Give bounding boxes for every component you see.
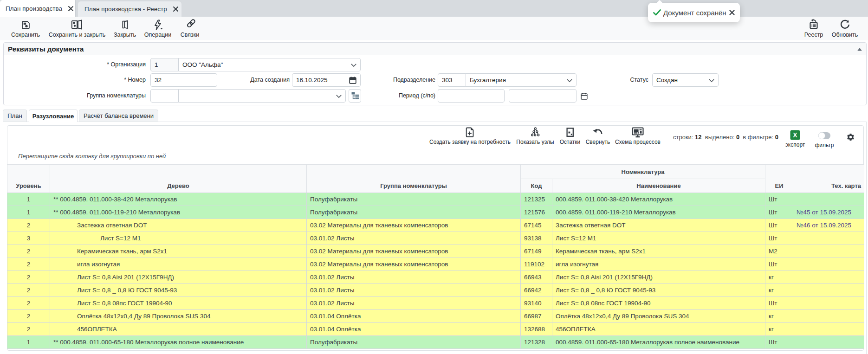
svg-text:X: X — [793, 131, 797, 139]
